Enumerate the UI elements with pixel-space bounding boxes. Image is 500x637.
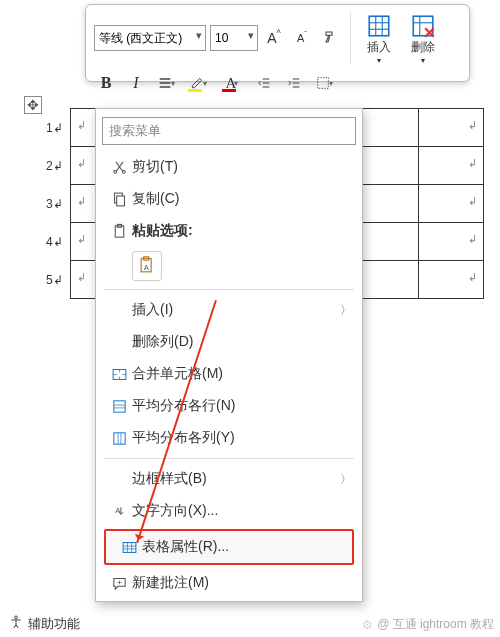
submenu-arrow-icon: 〉 — [340, 302, 352, 319]
menu-label: 删除列(D) — [132, 333, 352, 351]
font-size-select[interactable] — [210, 25, 258, 51]
row-number: 2↲ — [42, 147, 70, 185]
svg-rect-26 — [113, 432, 124, 443]
watermark: @ 互通 ightroom 教程 — [362, 616, 494, 633]
paste-options-row: A — [96, 247, 362, 285]
menu-item-cut[interactable]: 剪切(T) — [96, 151, 362, 183]
insert-button[interactable]: 插入 ▾ — [359, 11, 399, 65]
menu-label: 合并单元格(M) — [132, 365, 352, 383]
table-cell[interactable] — [419, 109, 484, 147]
italic-button[interactable]: I — [124, 71, 148, 95]
menu-label: 新建批注(M) — [132, 574, 352, 592]
menu-item-paste-options: 粘贴选项: — [96, 215, 362, 247]
menu-separator — [104, 458, 354, 459]
font-color-button[interactable]: A▾ — [218, 72, 246, 94]
table-properties-icon — [116, 539, 142, 556]
svg-rect-23 — [113, 400, 124, 411]
indent-left-button[interactable] — [252, 71, 276, 95]
cut-icon — [106, 159, 132, 176]
accessibility-label: 辅助功能 — [28, 615, 80, 633]
row-number: 1↲ — [42, 109, 70, 147]
watermark-text: @ 互通 ightroom 教程 — [377, 616, 494, 633]
menu-label: 剪切(T) — [132, 158, 352, 176]
indent-right-button[interactable] — [282, 71, 306, 95]
grow-font-button[interactable]: A^ — [262, 26, 286, 50]
context-menu: 搜索菜单 剪切(T) 复制(C) 粘贴选项: A 插入(I) 〉 删除列(D) … — [95, 108, 363, 602]
copy-icon — [106, 191, 132, 208]
insert-label: 插入 — [367, 39, 391, 56]
delete-button[interactable]: 删除 ▾ — [403, 11, 443, 65]
highlight-button[interactable]: ▾ — [184, 72, 212, 94]
svg-rect-30 — [123, 542, 136, 552]
menu-item-merge-cells[interactable]: 合并单元格(M) — [96, 358, 362, 390]
menu-label: 表格属性(R)... — [142, 538, 342, 556]
menu-label: 插入(I) — [132, 301, 352, 319]
menu-item-distribute-rows[interactable]: 平均分布各行(N) — [96, 390, 362, 422]
svg-rect-0 — [369, 16, 389, 36]
row-number: 5↲ — [42, 261, 70, 299]
menu-item-delete-column[interactable]: 删除列(D) — [96, 326, 362, 358]
distribute-cols-icon — [106, 430, 132, 447]
menu-label: 复制(C) — [132, 190, 352, 208]
paste-icon — [106, 223, 132, 240]
clipboard-a-icon: A — [137, 256, 157, 276]
delete-label: 删除 — [411, 39, 435, 56]
menu-item-new-comment[interactable]: 新建批注(M) — [96, 567, 362, 599]
menu-item-distribute-cols[interactable]: 平均分布各列(Y) — [96, 422, 362, 454]
table-insert-icon — [366, 13, 392, 39]
menu-item-copy[interactable]: 复制(C) — [96, 183, 362, 215]
svg-rect-10 — [318, 78, 329, 89]
svg-point-37 — [15, 616, 18, 619]
table-cell[interactable] — [419, 147, 484, 185]
format-painter-button[interactable] — [318, 26, 342, 50]
shading-button[interactable]: ▾ — [312, 71, 336, 95]
menu-label: 平均分布各行(N) — [132, 397, 352, 415]
comment-icon — [106, 575, 132, 592]
mini-toolbar: A^ Aˇ 插入 ▾ 删除 ▾ B I ▾ ▾ A▾ ▾ — [85, 4, 470, 82]
status-bar-accessibility[interactable]: 辅助功能 — [8, 614, 80, 633]
align-button[interactable]: ▾ — [154, 71, 178, 95]
svg-rect-12 — [116, 195, 124, 205]
table-cell[interactable] — [419, 261, 484, 299]
ribbon-row-1: A^ Aˇ 插入 ▾ 删除 ▾ — [94, 11, 461, 65]
menu-item-table-properties[interactable]: 表格属性(R)... — [106, 531, 352, 563]
table-cell[interactable] — [419, 223, 484, 261]
row-number: 3↲ — [42, 185, 70, 223]
menu-item-text-direction[interactable]: A 文字方向(X)... — [96, 495, 362, 527]
ribbon-row-2: B I ▾ ▾ A▾ ▾ — [94, 71, 461, 95]
font-size-wrap — [210, 25, 258, 51]
row-number: 4↲ — [42, 223, 70, 261]
menu-item-border-style[interactable]: 边框样式(B) 〉 — [96, 463, 362, 495]
indent-left-icon — [256, 75, 272, 91]
menu-search-input[interactable]: 搜索菜单 — [102, 117, 356, 145]
font-name-select[interactable] — [94, 25, 206, 51]
menu-label: 文字方向(X)... — [132, 502, 352, 520]
separator — [350, 12, 351, 64]
menu-label: 平均分布各列(Y) — [132, 429, 352, 447]
table-delete-icon — [410, 13, 436, 39]
accessibility-icon — [8, 614, 24, 633]
merge-icon — [106, 366, 132, 383]
submenu-arrow-icon: 〉 — [340, 471, 352, 488]
text-direction-icon: A — [106, 503, 132, 520]
menu-label: 边框样式(B) — [132, 470, 352, 488]
bold-button[interactable]: B — [94, 71, 118, 95]
svg-text:A: A — [144, 263, 149, 272]
shrink-font-button[interactable]: Aˇ — [290, 26, 314, 50]
paintbrush-icon — [322, 30, 338, 46]
paste-option-text[interactable]: A — [132, 251, 162, 281]
menu-item-insert[interactable]: 插入(I) 〉 — [96, 294, 362, 326]
menu-separator — [104, 289, 354, 290]
table-cell[interactable] — [419, 185, 484, 223]
indent-right-icon — [286, 75, 302, 91]
table-move-handle[interactable] — [24, 96, 42, 114]
distribute-rows-icon — [106, 398, 132, 415]
menu-label: 粘贴选项: — [132, 222, 352, 240]
font-name-wrap — [94, 25, 206, 51]
highlighted-item: 表格属性(R)... — [104, 529, 354, 565]
